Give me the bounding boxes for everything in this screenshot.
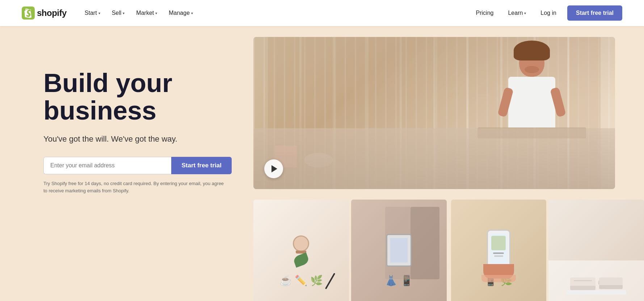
hero-left-content: Build your business You've got the will.… [0, 26, 253, 301]
bottom-image-grid [253, 200, 644, 301]
hero-right-area [253, 26, 644, 301]
slat [302, 37, 333, 189]
screen-image [491, 236, 506, 250]
nav-market-label: Market [136, 10, 154, 16]
screen-text-line [493, 252, 504, 254]
navbar: shopify Start ▾ Sell ▾ Market ▾ Manage ▾… [0, 0, 644, 26]
play-button[interactable] [264, 159, 283, 178]
person-head [519, 48, 544, 77]
pen [325, 273, 335, 289]
desk-items [275, 146, 333, 167]
bottom-image-clothing[interactable] [351, 200, 447, 301]
plant-leaf [292, 252, 310, 268]
bottom-image-shoes[interactable] [548, 200, 644, 301]
slat [335, 37, 366, 189]
person-body [508, 77, 555, 127]
nav-sell-label: Sell [112, 10, 122, 16]
screen-text-line-2 [494, 255, 503, 257]
slat [435, 37, 467, 189]
nav-login-link[interactable]: Log in [537, 7, 560, 19]
clothing-content [351, 200, 447, 301]
sleeve [481, 275, 516, 282]
bottom-image-mobile[interactable] [451, 200, 547, 301]
nav-links: Start ▾ Sell ▾ Market ▾ Manage ▾ [80, 7, 472, 19]
chevron-down-icon: ▾ [98, 11, 100, 15]
nav-item-sell[interactable]: Sell ▾ [107, 7, 130, 19]
person-hair [514, 41, 550, 60]
shelf-background [548, 260, 644, 301]
logo-text: shopify [37, 8, 67, 18]
hero-main-image[interactable] [253, 37, 615, 189]
phone-hand [487, 230, 510, 271]
person-left-arm [497, 87, 514, 117]
hero-subtitle: You've got the will. We've got the way. [43, 134, 232, 144]
desk-surface [477, 127, 586, 138]
nav-start-trial-button[interactable]: Start free trial [567, 5, 622, 21]
nav-item-market[interactable]: Market ▾ [131, 7, 162, 19]
hero-start-trial-button[interactable]: Start free trial [171, 157, 232, 174]
desk-item-oval [304, 153, 333, 167]
chevron-down-icon: ▾ [155, 11, 157, 15]
bottom-image-notebook[interactable] [253, 200, 349, 301]
logo-link[interactable]: shopify [22, 7, 67, 20]
chevron-down-icon: ▾ [191, 11, 193, 15]
nav-pricing-link[interactable]: Pricing [472, 7, 497, 19]
nav-start-label: Start [85, 10, 97, 16]
slat [402, 37, 433, 189]
hero-image-background [253, 37, 615, 189]
hero-section: Build your business You've got the will.… [0, 26, 644, 301]
hero-fine-print: Try Shopify free for 14 days, no credit … [43, 180, 224, 194]
email-form: Start free trial [43, 157, 232, 174]
email-input[interactable] [43, 157, 171, 174]
coffee-cup-icon [293, 235, 309, 252]
nav-learn-label: Learn [508, 10, 523, 16]
notebook-content [253, 200, 349, 301]
clothing-rack [411, 207, 439, 279]
person-right-arm [550, 87, 566, 117]
nav-item-manage[interactable]: Manage ▾ [164, 7, 198, 19]
play-icon [272, 165, 277, 172]
person-illustration [477, 48, 586, 138]
hero-title: Build your business [43, 70, 232, 124]
nav-learn-link[interactable]: Learn ▾ [504, 7, 530, 19]
tablet-screen [390, 238, 408, 263]
tablet-device [386, 234, 412, 267]
nav-manage-label: Manage [169, 10, 190, 16]
shopify-logo-icon [22, 7, 35, 20]
chevron-down-icon: ▾ [123, 11, 125, 15]
slat [369, 37, 400, 189]
nav-item-start[interactable]: Start ▾ [80, 7, 105, 19]
phone-screen [490, 234, 507, 267]
chevron-down-icon: ▾ [524, 11, 526, 15]
person-face-shadow [525, 66, 539, 73]
mobile-content [451, 200, 547, 301]
nav-right: Pricing Learn ▾ Log in Start free trial [472, 5, 622, 21]
